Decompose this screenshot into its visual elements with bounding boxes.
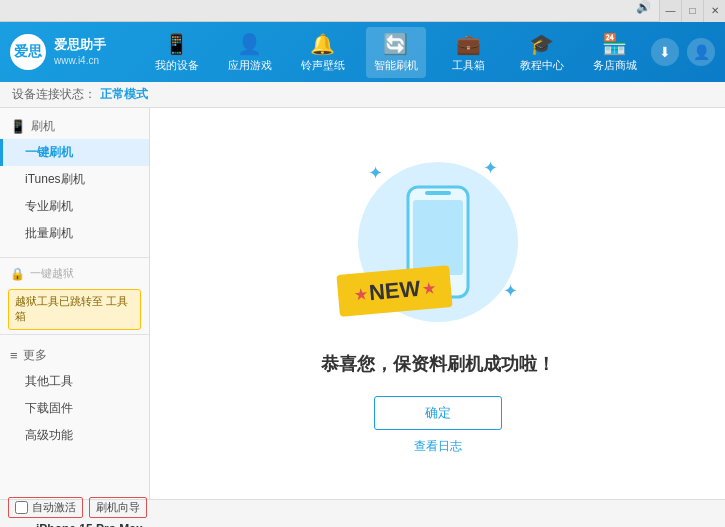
sidebar: 📱 刷机 一键刷机 iTunes刷机 专业刷机 批量刷机 🔒 一键越狱 越狱工具… [0, 108, 150, 499]
content-area: ✦ ✦ ✦ ★ NEW ★ [150, 108, 725, 499]
sidebar-item-onekey-flash[interactable]: 一键刷机 [0, 139, 149, 166]
more-icon: ≡ [10, 348, 18, 363]
sparkle-icon-1: ✦ [368, 162, 383, 184]
sidebar-disabled-jailbreak: 🔒 一键越狱 [0, 262, 149, 285]
sidebar-flash-label: 刷机 [31, 118, 55, 135]
sidebar-item-pro-flash[interactable]: 专业刷机 [0, 193, 149, 220]
success-illustration: ✦ ✦ ✦ ★ NEW ★ [348, 152, 528, 332]
apps-icon: 👤 [237, 32, 262, 56]
services-icon: 🏪 [602, 32, 627, 56]
nav-bar: 📱 我的设备 👤 应用游戏 🔔 铃声壁纸 🔄 智能刷机 💼 工具箱 🎓 教程中心… [140, 27, 651, 78]
device-details: iPhone 15 Pro Max 512GB iPhone [36, 522, 143, 528]
sidebar-item-advanced[interactable]: 高级功能 [0, 422, 149, 449]
user-btn[interactable]: 👤 [687, 38, 715, 66]
device-bar-left: 自动激活 刷机向导 📱 iPhone 15 Pro Max 512GB iPho… [8, 497, 147, 528]
sidebar-divider-1 [0, 257, 149, 258]
flash-icon: 🔄 [383, 32, 408, 56]
device-bar: 自动激活 刷机向导 📱 iPhone 15 Pro Max 512GB iPho… [0, 499, 725, 527]
success-message: 恭喜您，保资料刷机成功啦！ [321, 352, 555, 376]
header-right: ⬇ 👤 [651, 38, 715, 66]
device-icon: 📱 [164, 32, 189, 56]
toolbox-icon: 💼 [456, 32, 481, 56]
logo: 爱思 爱思助手 www.i4.cn [10, 34, 120, 70]
nav-apps-games[interactable]: 👤 应用游戏 [220, 27, 280, 78]
flash-section-icon: 📱 [10, 119, 26, 134]
confirm-button[interactable]: 确定 [374, 396, 502, 430]
statusbar-value: 正常模式 [100, 86, 148, 103]
logo-url: www.i4.cn [54, 54, 106, 68]
guide-label[interactable]: 刷机向导 [89, 497, 147, 518]
tutorials-icon: 🎓 [529, 32, 554, 56]
nav-services[interactable]: 🏪 务店商城 [585, 27, 645, 78]
lock-icon: 🔒 [10, 267, 25, 281]
statusbar-label: 设备连接状态： [12, 86, 96, 103]
auto-activate-checkbox[interactable] [15, 501, 28, 514]
speaker-icon: 🔊 [628, 0, 659, 22]
minimize-button[interactable]: — [659, 0, 681, 22]
sidebar-item-itunes-flash[interactable]: iTunes刷机 [0, 166, 149, 193]
sidebar-item-other-tools[interactable]: 其他工具 [0, 368, 149, 395]
nav-my-device[interactable]: 📱 我的设备 [147, 27, 207, 78]
sidebar-more-section: ≡ 更多 其他工具 下载固件 高级功能 [0, 339, 149, 453]
logo-text: 爱思助手 www.i4.cn [54, 36, 106, 68]
device-info: 📱 iPhone 15 Pro Max 512GB iPhone [8, 522, 147, 528]
sparkle-icon-2: ✦ [483, 157, 498, 179]
nav-smart-flash[interactable]: 🔄 智能刷机 [366, 27, 426, 78]
device-controls: 自动激活 刷机向导 [8, 497, 147, 518]
ringtone-icon: 🔔 [310, 32, 335, 56]
sidebar-flash-section: 📱 刷机 一键刷机 iTunes刷机 专业刷机 批量刷机 [0, 108, 149, 253]
maximize-button[interactable]: □ [681, 0, 703, 22]
phone-container: ✦ ✦ ✦ ★ NEW ★ [348, 152, 528, 332]
auto-activate-label[interactable]: 自动激活 [8, 497, 83, 518]
nav-ringtones[interactable]: 🔔 铃声壁纸 [293, 27, 353, 78]
view-log-link[interactable]: 查看日志 [414, 438, 462, 455]
sidebar-notice: 越狱工具已跳转至 工具箱 [8, 289, 141, 330]
sidebar-divider-2 [0, 334, 149, 335]
close-button[interactable]: ✕ [703, 0, 725, 22]
sidebar-item-download-fw[interactable]: 下载固件 [0, 395, 149, 422]
main-layout: 📱 刷机 一键刷机 iTunes刷机 专业刷机 批量刷机 🔒 一键越狱 越狱工具… [0, 108, 725, 499]
download-btn[interactable]: ⬇ [651, 38, 679, 66]
logo-icon: 爱思 [14, 43, 42, 61]
sidebar-item-batch-flash[interactable]: 批量刷机 [0, 220, 149, 247]
header: 爱思 爱思助手 www.i4.cn 📱 我的设备 👤 应用游戏 🔔 铃声壁纸 🔄… [0, 22, 725, 82]
logo-name: 爱思助手 [54, 36, 106, 54]
sparkle-icon-3: ✦ [503, 280, 518, 302]
sidebar-flash-header: 📱 刷机 [0, 114, 149, 139]
logo-circle: 爱思 [10, 34, 46, 70]
nav-toolbox[interactable]: 💼 工具箱 [439, 27, 499, 78]
new-badge-text: NEW [367, 276, 420, 306]
nav-tutorials[interactable]: 🎓 教程中心 [512, 27, 572, 78]
device-name: iPhone 15 Pro Max [36, 522, 143, 528]
window-controls: 🔊 — □ ✕ [628, 0, 725, 22]
svg-rect-1 [413, 200, 463, 275]
sidebar-more-header: ≡ 更多 [0, 343, 149, 368]
svg-rect-3 [425, 191, 451, 195]
statusbar: 设备连接状态： 正常模式 [0, 82, 725, 108]
